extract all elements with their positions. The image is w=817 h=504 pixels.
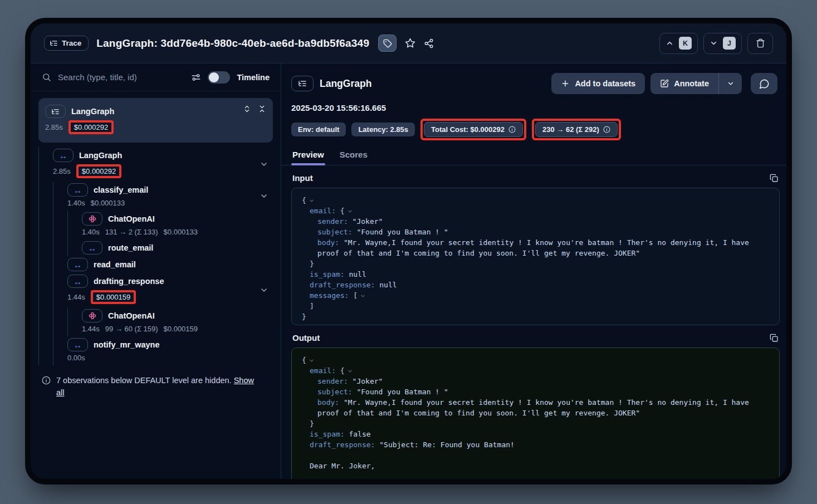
search-input[interactable]: Search (type, title, id) bbox=[58, 72, 184, 82]
tree-node-chatopenai[interactable]: ChatOpenAI1.40s131 → 2 (Σ 133)$0.000133 bbox=[38, 211, 273, 239]
tree-node-notify_mr_wayne[interactable]: ↔notify_mr_wayne0.00s bbox=[38, 336, 273, 365]
json-line: ] bbox=[302, 301, 769, 312]
timeline-toggle[interactable] bbox=[208, 71, 230, 84]
expand-chevron-icon[interactable] bbox=[260, 192, 268, 200]
badges-row: Env: defaultLatency: 2.85sTotal Cost: $0… bbox=[281, 112, 786, 140]
observation-name: LangGraph bbox=[71, 107, 114, 116]
tree-node-langgraph[interactable]: LangGraph2.85s$0.000292 bbox=[38, 98, 273, 143]
span-icon: ↔ bbox=[67, 258, 88, 271]
info-icon[interactable] bbox=[508, 126, 516, 133]
add-to-datasets-button[interactable]: Add to datasets bbox=[551, 73, 645, 94]
json-value: "Mr. Wayne,I found your secret identity … bbox=[317, 398, 754, 417]
json-collapse-icon[interactable] bbox=[360, 293, 366, 299]
cost-value: $0.000133 bbox=[91, 199, 125, 207]
observation-name: read_email bbox=[94, 260, 136, 269]
hidden-observations-note: 7 observations below DEFAULT level are h… bbox=[31, 365, 270, 410]
json-value: "Subject: Re: Found you Batman! bbox=[375, 441, 514, 449]
tree-indent-guide bbox=[38, 211, 53, 239]
input-label: Input bbox=[292, 173, 313, 183]
tab-scores[interactable]: Scores bbox=[340, 150, 368, 165]
json-collapse-icon[interactable] bbox=[309, 198, 315, 204]
json-value: ] bbox=[310, 302, 314, 310]
tag-button[interactable] bbox=[378, 35, 397, 52]
duration-value: 1.40s bbox=[67, 199, 85, 207]
next-trace-button[interactable]: J bbox=[703, 33, 742, 54]
json-key: is_spam: bbox=[310, 270, 345, 278]
tree-indent-guide bbox=[67, 307, 82, 336]
tree-indent-guide bbox=[53, 182, 67, 211]
json-collapse-icon[interactable] bbox=[309, 358, 315, 364]
tree-node-drafting_response[interactable]: ↔drafting_response1.44s$0.000159 bbox=[38, 273, 273, 307]
json-key: draft_response: bbox=[310, 281, 375, 289]
tree-node-chatopenai[interactable]: ChatOpenAI1.44s99 → 60 (Σ 159)$0.000159 bbox=[38, 307, 273, 336]
json-line: { bbox=[302, 355, 769, 366]
json-value: { bbox=[336, 207, 345, 215]
tree-node-classify_email[interactable]: ↔classify_email1.40s$0.000133 bbox=[38, 182, 273, 211]
tree-node-route_email[interactable]: ↔route_email bbox=[38, 239, 273, 256]
annotate-pen-icon bbox=[660, 79, 669, 88]
observation-name: classify_email bbox=[94, 185, 148, 194]
trace-type-badge: Trace bbox=[44, 36, 89, 51]
list-tree-icon bbox=[298, 79, 307, 88]
tree-node-read_email[interactable]: ↔read_email bbox=[38, 256, 273, 273]
json-line: Dear Mr. Joker, bbox=[302, 461, 769, 472]
json-line: messages: [ bbox=[302, 291, 769, 301]
span-icon: ↔ bbox=[67, 183, 88, 197]
tab-preview[interactable]: Preview bbox=[292, 150, 324, 165]
badge-label: Env: default bbox=[298, 125, 339, 134]
json-line: is_spam: false bbox=[302, 429, 769, 440]
star-button[interactable] bbox=[405, 38, 415, 48]
info-icon bbox=[42, 376, 51, 399]
span-icon: ↔ bbox=[82, 241, 102, 255]
chevron-up-icon bbox=[666, 39, 674, 47]
json-value: [ bbox=[349, 291, 358, 300]
tree-indent-guide bbox=[53, 307, 67, 336]
view-settings-icon[interactable] bbox=[191, 72, 201, 82]
shortcut-key-j: J bbox=[723, 37, 736, 50]
output-section: Output {email: {sender: "Joker"subject: … bbox=[281, 325, 786, 479]
tree-indent-guide bbox=[53, 211, 67, 239]
expand-chevron-icon[interactable] bbox=[260, 286, 268, 295]
expand-chevron-icon[interactable] bbox=[260, 160, 268, 169]
json-line bbox=[302, 451, 769, 461]
metadata-badge: Latency: 2.85s bbox=[351, 123, 415, 136]
json-line: } bbox=[302, 312, 769, 322]
generation-icon bbox=[82, 309, 102, 322]
prev-trace-button[interactable]: K bbox=[659, 33, 698, 54]
token-usage-value: 99 → 60 (Σ 159) bbox=[105, 325, 158, 333]
json-key: email: bbox=[310, 207, 336, 215]
json-line: is_spam: null bbox=[302, 270, 769, 280]
json-key: sender: bbox=[317, 377, 348, 385]
json-line: subject: "Found you Batman ! " bbox=[302, 227, 769, 238]
metadata-badge: Env: default bbox=[291, 123, 346, 136]
json-collapse-icon[interactable] bbox=[347, 368, 353, 374]
json-line: { bbox=[302, 195, 769, 206]
json-line: } bbox=[302, 259, 769, 270]
detail-tabs: PreviewScores bbox=[281, 140, 786, 165]
comments-button[interactable] bbox=[751, 73, 777, 94]
list-tree-icon bbox=[50, 39, 58, 47]
delete-trace-button[interactable] bbox=[747, 33, 773, 54]
tag-icon bbox=[383, 39, 392, 48]
plus-icon bbox=[561, 79, 570, 88]
json-line: } bbox=[302, 419, 769, 429]
chevron-down-icon bbox=[727, 80, 735, 87]
json-collapse-icon[interactable] bbox=[347, 208, 353, 214]
json-value: null bbox=[375, 281, 397, 289]
observation-name: drafting_response bbox=[94, 277, 164, 286]
copy-input-icon[interactable] bbox=[770, 174, 779, 183]
share-button[interactable] bbox=[424, 38, 434, 48]
tree-indent-guide bbox=[53, 273, 67, 307]
json-key: sender: bbox=[317, 217, 348, 226]
annotate-menu-button[interactable] bbox=[718, 73, 742, 94]
duration-value: 2.85s bbox=[45, 123, 63, 131]
tree-indent-guide bbox=[38, 239, 53, 256]
json-value: } bbox=[310, 260, 314, 268]
copy-output-icon[interactable] bbox=[770, 334, 779, 342]
highlight-box: Total Cost: $0.000292 bbox=[420, 119, 526, 140]
json-key: body: bbox=[317, 238, 339, 247]
tree-node-langgraph[interactable]: ↔LangGraph2.85s$0.000292 bbox=[38, 147, 273, 182]
annotate-button[interactable]: Annotate bbox=[650, 73, 718, 94]
info-icon[interactable] bbox=[603, 126, 610, 133]
json-line: subject: "Found you Batman ! " bbox=[302, 387, 769, 398]
